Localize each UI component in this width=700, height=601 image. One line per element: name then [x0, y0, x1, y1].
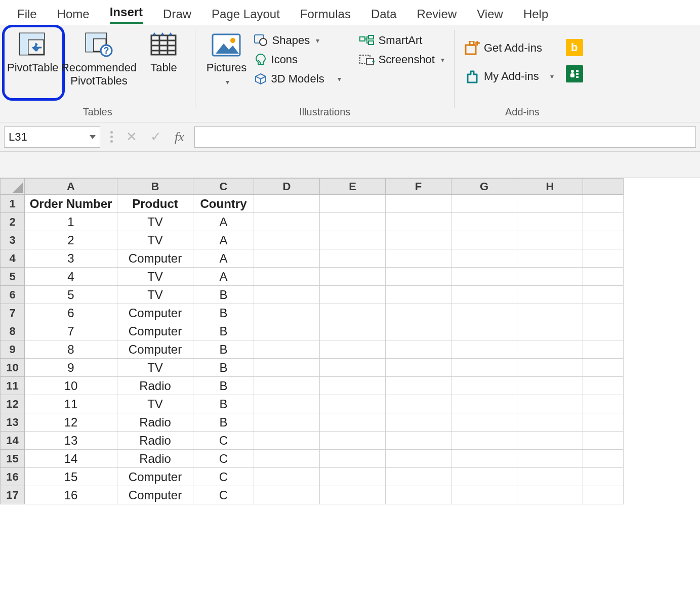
row-header[interactable]: 13: [1, 413, 25, 432]
cell[interactable]: B: [193, 340, 254, 359]
cell[interactable]: [583, 322, 624, 340]
row-header[interactable]: 14: [1, 432, 25, 450]
cell[interactable]: TV: [117, 213, 193, 231]
cell[interactable]: [320, 231, 386, 249]
cell[interactable]: 12: [25, 413, 117, 432]
cell[interactable]: B: [193, 322, 254, 340]
row-header[interactable]: 7: [1, 304, 25, 322]
cell[interactable]: [386, 340, 451, 359]
cell[interactable]: [254, 268, 320, 286]
cell[interactable]: [386, 450, 451, 468]
cell[interactable]: 10: [25, 377, 117, 395]
cell[interactable]: Order Number: [25, 195, 117, 213]
cell[interactable]: [583, 359, 624, 377]
cell[interactable]: TV: [117, 359, 193, 377]
row-header[interactable]: 4: [1, 249, 25, 268]
fx-icon[interactable]: fx: [175, 130, 184, 145]
cell[interactable]: Computer: [117, 340, 193, 359]
cell[interactable]: B: [193, 377, 254, 395]
cell[interactable]: [517, 195, 583, 213]
cell[interactable]: [320, 304, 386, 322]
cell[interactable]: C: [193, 432, 254, 450]
cell[interactable]: [583, 213, 624, 231]
tab-insert[interactable]: Insert: [110, 5, 143, 24]
cell[interactable]: Product: [117, 195, 193, 213]
cell[interactable]: TV: [117, 286, 193, 304]
row-header[interactable]: 8: [1, 322, 25, 340]
cell[interactable]: [320, 195, 386, 213]
cell[interactable]: A: [193, 249, 254, 268]
tab-page-layout[interactable]: Page Layout: [212, 7, 280, 24]
tab-view[interactable]: View: [477, 7, 503, 24]
cell[interactable]: A: [193, 231, 254, 249]
cell[interactable]: [517, 432, 583, 450]
enter-icon[interactable]: ✓: [150, 129, 161, 145]
cell[interactable]: C: [193, 486, 254, 504]
cell[interactable]: [386, 413, 451, 432]
people-graph-addin-button[interactable]: [566, 65, 583, 82]
cell[interactable]: Computer: [117, 486, 193, 504]
row-header[interactable]: 16: [1, 468, 25, 486]
cell[interactable]: [451, 486, 517, 504]
cell[interactable]: [320, 249, 386, 268]
cell[interactable]: Computer: [117, 304, 193, 322]
cell[interactable]: [583, 432, 624, 450]
cell[interactable]: [320, 213, 386, 231]
cell[interactable]: [451, 322, 517, 340]
tab-review[interactable]: Review: [417, 7, 457, 24]
cell[interactable]: [320, 268, 386, 286]
tab-draw[interactable]: Draw: [163, 7, 191, 24]
cell[interactable]: TV: [117, 268, 193, 286]
cell[interactable]: [517, 359, 583, 377]
tab-file[interactable]: File: [17, 7, 37, 24]
cell[interactable]: [583, 450, 624, 468]
cell[interactable]: [386, 377, 451, 395]
row-header[interactable]: 11: [1, 377, 25, 395]
row-header[interactable]: 2: [1, 213, 25, 231]
cell[interactable]: 11: [25, 395, 117, 413]
cell[interactable]: [451, 213, 517, 231]
row-header[interactable]: 9: [1, 340, 25, 359]
cell[interactable]: [583, 413, 624, 432]
cell[interactable]: Computer: [117, 249, 193, 268]
cell[interactable]: [320, 413, 386, 432]
cell[interactable]: [386, 359, 451, 377]
select-all-corner[interactable]: [1, 179, 25, 195]
cell[interactable]: B: [193, 286, 254, 304]
cell[interactable]: Radio: [117, 450, 193, 468]
cell[interactable]: 5: [25, 286, 117, 304]
cell[interactable]: [451, 286, 517, 304]
cell[interactable]: Radio: [117, 413, 193, 432]
cell[interactable]: [320, 286, 386, 304]
cell[interactable]: [517, 286, 583, 304]
cell[interactable]: [386, 286, 451, 304]
cell[interactable]: [451, 340, 517, 359]
cell[interactable]: [254, 468, 320, 486]
cell[interactable]: [451, 268, 517, 286]
column-header[interactable]: [583, 179, 624, 195]
cell[interactable]: [386, 468, 451, 486]
pictures-button[interactable]: Pictures ▾: [202, 28, 251, 88]
cell[interactable]: [451, 413, 517, 432]
cell[interactable]: [451, 432, 517, 450]
cell[interactable]: [583, 286, 624, 304]
icons-button[interactable]: Icons: [251, 51, 344, 68]
cell[interactable]: [386, 268, 451, 286]
cell[interactable]: [517, 340, 583, 359]
column-header[interactable]: F: [386, 179, 451, 195]
cell[interactable]: Radio: [117, 432, 193, 450]
cell[interactable]: [254, 432, 320, 450]
cell[interactable]: 2: [25, 231, 117, 249]
formula-bar-expand-icon[interactable]: [110, 131, 113, 143]
cell[interactable]: [451, 249, 517, 268]
cell[interactable]: 13: [25, 432, 117, 450]
cell[interactable]: [517, 468, 583, 486]
cell[interactable]: [254, 377, 320, 395]
cell[interactable]: [517, 231, 583, 249]
bing-addin-button[interactable]: b: [566, 39, 583, 56]
cell[interactable]: [386, 322, 451, 340]
cell[interactable]: C: [193, 450, 254, 468]
cell[interactable]: [517, 322, 583, 340]
cell[interactable]: B: [193, 304, 254, 322]
column-header[interactable]: D: [254, 179, 320, 195]
